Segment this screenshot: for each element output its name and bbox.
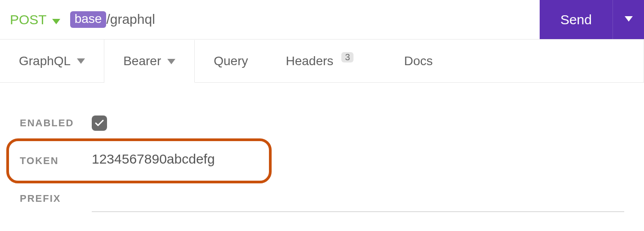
svg-marker-3: [167, 59, 175, 64]
auth-form: ENABLED TOKEN PREFIX: [0, 83, 644, 218]
tab-docs[interactable]: Docs: [372, 40, 452, 82]
tab-graphql[interactable]: GraphQL: [0, 40, 104, 82]
send-button-group: Send: [540, 0, 644, 39]
prefix-label: PREFIX: [20, 193, 92, 204]
check-icon: [95, 120, 104, 127]
svg-marker-1: [625, 16, 633, 22]
headers-count-badge: 3: [341, 52, 353, 62]
prefix-row: PREFIX: [20, 180, 624, 218]
prefix-input[interactable]: [92, 185, 624, 212]
chevron-down-icon: [77, 56, 85, 66]
token-label: TOKEN: [20, 155, 92, 167]
request-left: POST base /graphql: [0, 0, 540, 39]
svg-marker-2: [77, 58, 85, 64]
token-input[interactable]: [92, 148, 263, 174]
prefix-control: [92, 185, 624, 212]
tab-query[interactable]: Query: [195, 40, 267, 82]
tab-label: Docs: [404, 54, 433, 68]
tab-label: GraphQL: [19, 54, 71, 68]
chevron-down-icon: [625, 16, 633, 23]
tab-label: Headers: [286, 54, 333, 68]
tab-headers[interactable]: Headers 3: [267, 40, 372, 82]
enabled-control: [92, 116, 624, 131]
method-selector[interactable]: POST: [10, 12, 60, 27]
tab-row: GraphQL Bearer Query Headers 3 Docs: [0, 40, 644, 83]
chevron-down-icon: [167, 56, 175, 67]
enabled-checkbox[interactable]: [92, 116, 107, 131]
svg-marker-0: [52, 19, 60, 24]
base-url-tag: base: [70, 11, 107, 28]
send-dropdown-button[interactable]: [613, 0, 644, 39]
tab-spacer: [452, 40, 644, 82]
tab-label: Query: [214, 54, 248, 68]
send-button[interactable]: Send: [540, 0, 613, 39]
token-row: TOKEN: [20, 142, 624, 180]
url-input[interactable]: base /graphql: [70, 11, 155, 28]
request-bar: POST base /graphql Send: [0, 0, 644, 40]
enabled-label: ENABLED: [20, 117, 92, 129]
enabled-row: ENABLED: [20, 104, 624, 142]
token-control: [92, 148, 624, 174]
chevron-down-icon: [52, 12, 60, 27]
tab-label: Bearer: [123, 54, 161, 68]
tab-bearer[interactable]: Bearer: [104, 40, 195, 83]
method-label: POST: [10, 12, 47, 27]
url-path: /graphql: [106, 12, 155, 27]
